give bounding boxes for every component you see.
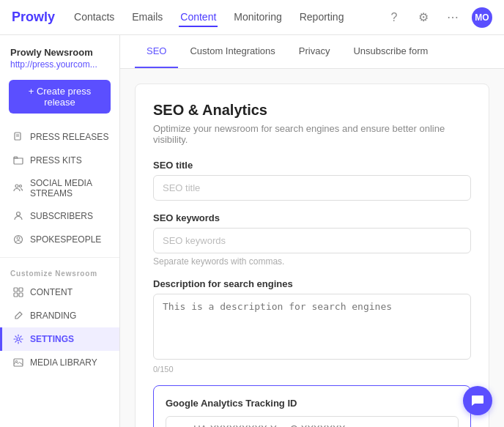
- svg-point-5: [17, 212, 21, 216]
- sidebar-item-spokespeople[interactable]: SPOKESPEOPLE: [0, 228, 119, 251]
- main-content: SEO Custom Integrations Privacy Unsubscr…: [120, 35, 504, 427]
- description-textarea[interactable]: [153, 294, 471, 360]
- seo-title-input[interactable]: [153, 175, 471, 201]
- nav-reporting[interactable]: Reporting: [298, 8, 346, 27]
- svg-rect-9: [19, 288, 23, 292]
- chat-button[interactable]: [463, 386, 492, 415]
- image-icon: [12, 357, 24, 368]
- sidebar-item-social-media[interactable]: SOCIAL MEDIA STREAMS: [0, 172, 119, 204]
- document-icon: [12, 131, 24, 143]
- analytics-input[interactable]: [166, 416, 459, 427]
- sidebar-item-press-kits[interactable]: PRESS KITS: [0, 149, 119, 172]
- more-icon[interactable]: ⋯: [442, 7, 463, 28]
- seo-title-group: SEO title: [153, 160, 471, 201]
- tab-seo[interactable]: SEO: [135, 35, 178, 68]
- tab-custom-integrations[interactable]: Custom Integrations: [178, 35, 286, 68]
- content-area: SEO & Analytics Optimize your newsroom f…: [120, 69, 504, 427]
- sidebar-item-content[interactable]: CONTENT: [0, 281, 119, 304]
- customize-section-label: Customize Newsroom: [0, 264, 119, 281]
- sidebar-item-media-library[interactable]: MEDIA LIBRARY: [0, 351, 119, 374]
- analytics-card: Google Analytics Tracking ID Read about …: [153, 385, 471, 427]
- description-label: Description for search engines: [153, 278, 471, 289]
- person-circle-icon: [12, 234, 24, 245]
- layout: Prowly Newsroom http://press.yourcom... …: [0, 35, 504, 427]
- nav-content[interactable]: Content: [179, 8, 218, 27]
- sidebar-label-spokespeople: SPOKESPEOPLE: [30, 234, 101, 245]
- tab-privacy[interactable]: Privacy: [287, 35, 342, 68]
- svg-point-3: [15, 185, 18, 187]
- logo: Prowly: [12, 10, 55, 25]
- seo-keywords-group: SEO keywords Separate keywords with comm…: [153, 212, 471, 267]
- newsroom-name: Prowly Newsroom: [0, 47, 119, 59]
- tab-unsubscribe-form[interactable]: Unsubscribe form: [341, 35, 440, 68]
- seo-card: SEO & Analytics Optimize your newsroom f…: [135, 83, 489, 427]
- svg-rect-10: [14, 293, 18, 297]
- nav-icons: ? ⚙ ⋯ MO: [384, 7, 492, 28]
- settings-gear-icon: [12, 333, 24, 345]
- sidebar-label-social-media: SOCIAL MEDIA STREAMS: [30, 178, 109, 198]
- page-subtitle: Optimize your newsroom for search engine…: [153, 123, 471, 145]
- sidebar-label-press-releases: PRESS RELEASES: [30, 132, 108, 142]
- sidebar-label-content: CONTENT: [30, 287, 73, 297]
- grid-icon: [12, 286, 24, 298]
- keywords-hint: Separate keywords with commas.: [153, 256, 471, 267]
- seo-keywords-label: SEO keywords: [153, 212, 471, 223]
- description-group: Description for search engines 0/150: [153, 278, 471, 374]
- sidebar-item-branding[interactable]: BRANDING: [0, 304, 119, 327]
- help-icon[interactable]: ?: [384, 7, 404, 28]
- char-count: 0/150: [153, 365, 471, 374]
- sidebar-label-press-kits: PRESS KITS: [30, 155, 82, 166]
- people-icon: [12, 182, 24, 194]
- sidebar-divider: [0, 257, 119, 258]
- svg-rect-8: [14, 288, 18, 292]
- nav-contacts[interactable]: Contacts: [73, 8, 116, 27]
- svg-point-12: [17, 338, 20, 341]
- nav-emails[interactable]: Emails: [130, 8, 164, 27]
- newsroom-url[interactable]: http://press.yourcom...: [0, 59, 119, 80]
- sidebar-label-media-library: MEDIA LIBRARY: [30, 357, 97, 368]
- top-nav: Prowly Contacts Emails Content Monitorin…: [0, 0, 504, 35]
- seo-title-label: SEO title: [153, 160, 471, 171]
- sidebar: Prowly Newsroom http://press.yourcom... …: [0, 35, 120, 427]
- create-press-release-button[interactable]: + Create press release: [9, 80, 111, 114]
- analytics-title: Google Analytics Tracking ID: [166, 398, 459, 409]
- sidebar-label-subscribers: SUBSCRIBERS: [30, 211, 93, 221]
- avatar[interactable]: MO: [472, 7, 492, 28]
- page-title: SEO & Analytics: [153, 102, 471, 119]
- tabs-bar: SEO Custom Integrations Privacy Unsubscr…: [120, 35, 504, 69]
- sidebar-item-press-releases[interactable]: PRESS RELEASES: [0, 125, 119, 149]
- sidebar-item-settings[interactable]: SETTINGS: [0, 327, 119, 351]
- svg-point-7: [17, 237, 20, 240]
- svg-rect-11: [19, 293, 23, 297]
- sidebar-label-settings: SETTINGS: [30, 334, 74, 344]
- person-icon: [12, 210, 24, 222]
- seo-keywords-input[interactable]: [153, 228, 471, 253]
- svg-point-4: [20, 185, 22, 187]
- nav-links: Contacts Emails Content Monitoring Repor…: [73, 8, 384, 27]
- sidebar-item-subscribers[interactable]: SUBSCRIBERS: [0, 204, 119, 228]
- folder-icon: [12, 155, 24, 166]
- brush-icon: [12, 310, 24, 322]
- sidebar-label-branding: BRANDING: [30, 311, 76, 321]
- gear-icon[interactable]: ⚙: [413, 7, 434, 28]
- nav-monitoring[interactable]: Monitoring: [232, 8, 283, 27]
